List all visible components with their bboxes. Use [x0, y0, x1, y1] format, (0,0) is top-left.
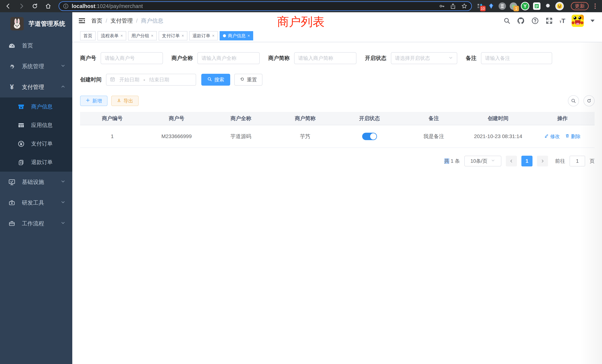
sidebar: 芋道管理系统 首页 系统管理 ¥ 支付管理: [0, 12, 72, 364]
sidebar-item-pay[interactable]: ¥ 支付管理: [0, 77, 72, 97]
browser-forward-button[interactable]: [17, 2, 26, 10]
refresh-table-button[interactable]: [583, 95, 595, 106]
app-logo-row[interactable]: 芋道管理系统: [0, 12, 72, 35]
extension-gem-icon[interactable]: [487, 2, 495, 10]
sidebar-item-label: 支付管理: [22, 83, 60, 91]
edit-link[interactable]: 修改: [544, 133, 560, 140]
sidebar-item-infra[interactable]: 基础设施: [0, 172, 72, 192]
merchant-no-input[interactable]: [105, 55, 159, 61]
sidebar-item-label: 首页: [22, 42, 66, 50]
tab-pay-order[interactable]: 支付订单×: [159, 31, 187, 40]
page-number-1[interactable]: 1: [521, 156, 533, 166]
address-bar[interactable]: localhost:1024/pay/merchant: [59, 1, 472, 11]
sidebar-item-label: 支付订单: [31, 140, 66, 148]
app-title: 芋道管理系统: [29, 20, 65, 28]
tab-refund-order[interactable]: 退款订单×: [189, 31, 218, 40]
goto-page-input[interactable]: [570, 156, 585, 166]
refresh-icon: [240, 77, 245, 83]
breadcrumb: 首页 / 支付管理 / 商户信息: [91, 17, 163, 25]
extension-emoji-icon[interactable]: [555, 2, 564, 10]
extension-badge-2: 1: [513, 6, 519, 11]
col-create-time: 创建时间: [466, 112, 530, 125]
close-icon[interactable]: ×: [151, 33, 153, 38]
avatar[interactable]: [572, 15, 584, 27]
avatar-caret-icon[interactable]: [591, 20, 595, 22]
remark-input[interactable]: [485, 55, 548, 61]
right-edge-shade: [580, 42, 602, 364]
tab-user-group[interactable]: 用户分组×: [128, 31, 157, 40]
extension-grid-icon[interactable]: 10: [476, 2, 484, 10]
show-search-toggle-button[interactable]: [568, 95, 579, 106]
extension-green-dot-icon[interactable]: 1: [510, 2, 517, 10]
chevron-down-icon: [448, 55, 453, 61]
sidebar-item-system[interactable]: 系统管理: [0, 56, 72, 77]
sidebar-item-pay-order[interactable]: 支付订单: [0, 135, 72, 153]
total-count: 共 1 条: [444, 158, 460, 164]
field-label-status: 开启状态: [365, 54, 387, 62]
status-select[interactable]: 请选择开启状态: [391, 52, 457, 64]
chevron-down-icon: [60, 220, 66, 227]
sidebar-item-label: 基础设施: [22, 178, 60, 186]
calendar-icon: [110, 76, 115, 83]
browser-menu-icon[interactable]: [595, 3, 596, 9]
sidebar-item-dev-tools[interactable]: 研发工具: [0, 192, 72, 213]
browser-update-button[interactable]: 更新: [571, 2, 589, 10]
cell-create-time: 2021-10-23 08:31:14: [466, 125, 530, 148]
search-icon: [207, 77, 212, 83]
next-page-button[interactable]: [537, 156, 548, 166]
extension-notes-icon[interactable]: [533, 2, 540, 10]
pagination: 共 1 条 10条/页 1 前往 页: [80, 156, 595, 166]
short-name-input[interactable]: [298, 55, 352, 61]
fullscreen-icon[interactable]: [545, 17, 553, 25]
sidebar-item-merchant-info[interactable]: 商户信息: [0, 97, 72, 116]
app-logo: [10, 17, 24, 30]
breadcrumb-pay[interactable]: 支付管理: [110, 17, 133, 25]
browser-reload-button[interactable]: [31, 2, 39, 10]
sidebar-item-workflow[interactable]: 工作流程: [0, 213, 72, 234]
password-key-icon[interactable]: [439, 3, 445, 9]
browser-home-button[interactable]: [44, 2, 52, 10]
close-icon[interactable]: ×: [212, 33, 215, 38]
header-search-icon[interactable]: [503, 17, 510, 24]
goto-label: 前往: [555, 158, 565, 164]
bookmark-star-icon[interactable]: [461, 3, 468, 10]
chevron-down-icon: [491, 158, 495, 164]
close-icon[interactable]: ×: [182, 33, 184, 38]
tab-process-form[interactable]: 流程表单×: [97, 31, 126, 40]
breadcrumb-home[interactable]: 首页: [91, 17, 102, 25]
export-button[interactable]: 导出: [111, 96, 139, 106]
close-icon[interactable]: ×: [247, 33, 250, 38]
extension-command-icon[interactable]: [499, 2, 506, 10]
share-icon[interactable]: [450, 3, 456, 9]
tab-home[interactable]: 首页: [80, 31, 96, 40]
sidebar-item-home[interactable]: 首页: [0, 35, 72, 56]
chevron-down-icon: [60, 63, 66, 70]
help-icon[interactable]: [531, 17, 539, 25]
active-dot-icon: [223, 34, 226, 37]
page-size-select[interactable]: 10条/页: [464, 156, 501, 166]
full-name-input[interactable]: [202, 55, 256, 61]
col-merchant-no: 商户号: [144, 112, 209, 125]
add-button[interactable]: 新增: [80, 96, 108, 106]
reset-button[interactable]: 重置: [234, 74, 262, 86]
prev-page-button[interactable]: [506, 156, 517, 166]
cell-full-name: 芋道源码: [209, 125, 273, 148]
close-icon[interactable]: ×: [120, 33, 123, 38]
sidebar-item-refund-order[interactable]: 退款订单: [0, 153, 72, 172]
browser-back-button[interactable]: [4, 2, 12, 10]
create-time-range-picker[interactable]: 开始日期 - 结束日期: [106, 74, 196, 86]
tab-merchant-info[interactable]: 商户信息×: [220, 31, 253, 40]
extension-y-icon[interactable]: Y: [521, 2, 529, 10]
delete-link[interactable]: 删除: [565, 133, 581, 140]
sidebar-item-label: 退款订单: [31, 159, 66, 166]
status-toggle[interactable]: [362, 133, 377, 140]
extensions-puzzle-icon[interactable]: [544, 2, 552, 10]
site-info-icon[interactable]: [63, 3, 69, 9]
sidebar-collapse-icon[interactable]: [77, 16, 86, 25]
search-button[interactable]: 搜索: [201, 74, 230, 86]
font-size-icon[interactable]: тT: [559, 17, 565, 24]
github-icon[interactable]: [517, 17, 525, 25]
url-text: localhost:1024/pay/merchant: [72, 3, 439, 9]
sidebar-item-app-info[interactable]: 应用信息: [0, 116, 72, 135]
field-label-short-name: 商户简称: [268, 54, 290, 62]
